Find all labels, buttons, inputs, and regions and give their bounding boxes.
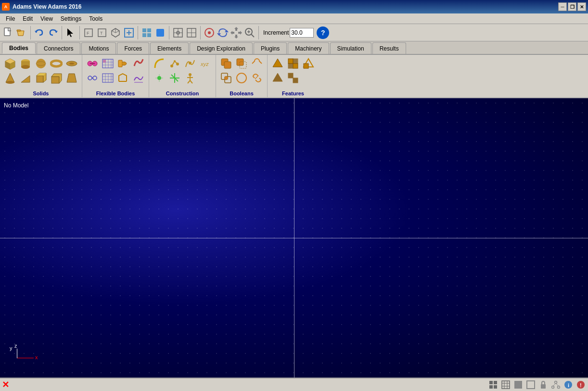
flex-icon-6[interactable]	[101, 71, 115, 85]
menu-tools[interactable]: Tools	[85, 14, 106, 23]
construction-line-icon[interactable]	[167, 57, 182, 70]
solid-frustum-icon[interactable]	[64, 71, 79, 85]
construction-point-icon[interactable]	[152, 71, 166, 85]
render-button[interactable]	[172, 26, 184, 39]
solid-disk-icon[interactable]	[64, 57, 79, 70]
toolbar-sep-1	[30, 26, 31, 39]
boolean-intersect-icon[interactable]	[219, 71, 233, 85]
svg-text:!: !	[580, 382, 582, 388]
solids-row-1	[3, 57, 79, 70]
svg-rect-109	[288, 64, 293, 68]
construction-arc-icon[interactable]	[152, 57, 166, 70]
undo-button[interactable]	[33, 26, 46, 39]
zoom-fit-button[interactable]	[123, 26, 135, 39]
menu-file[interactable]: File	[2, 14, 19, 23]
tab-machinery[interactable]: Machinery	[288, 42, 329, 54]
tab-connectors[interactable]: Connectors	[37, 42, 80, 54]
wireframe-button[interactable]	[185, 26, 198, 39]
svg-marker-50	[21, 76, 30, 82]
tab-motions[interactable]: Motions	[81, 42, 116, 54]
solid-torus-icon[interactable]	[49, 57, 64, 70]
status-grid-icon-1[interactable]	[488, 379, 499, 390]
3d-grid-button[interactable]	[141, 26, 153, 39]
boolean-circle-icon[interactable]	[234, 71, 249, 85]
open-button[interactable]	[15, 26, 28, 39]
solid-wedge-icon[interactable]	[18, 71, 33, 85]
construction-xyz-icon[interactable]: xyz	[198, 57, 213, 70]
tab-forces[interactable]: Forces	[117, 42, 149, 54]
svg-point-129	[552, 386, 554, 389]
solid-cone-icon[interactable]	[3, 71, 17, 85]
flex-icon-8[interactable]	[131, 71, 146, 85]
redo-button[interactable]	[47, 26, 59, 39]
front-view-button[interactable]: F	[82, 26, 95, 39]
svg-rect-98	[224, 62, 231, 68]
new-button[interactable]	[2, 26, 14, 39]
boolean-subtract-icon[interactable]	[234, 57, 249, 70]
menu-edit[interactable]: Edit	[19, 14, 37, 23]
construction-curve-icon[interactable]	[183, 57, 197, 70]
viewport-background[interactable]: No Model y x z	[0, 98, 588, 378]
solid-box-icon[interactable]	[3, 57, 17, 70]
solid-cylinder-icon[interactable]	[18, 57, 33, 70]
status-grid-icon-4[interactable]	[525, 379, 536, 390]
status-info-icon[interactable]: i	[563, 379, 574, 390]
solid-view-button[interactable]	[154, 26, 166, 39]
feature-icon-4[interactable]	[270, 71, 285, 85]
flex-icon-2[interactable]	[101, 57, 115, 70]
solid-block-icon[interactable]	[34, 71, 48, 85]
svg-rect-54	[51, 77, 59, 83]
flex-icon-7[interactable]	[116, 71, 130, 85]
flex-icon-5[interactable]	[85, 71, 100, 85]
status-warn-icon[interactable]: !	[575, 379, 586, 390]
flex-icon-1[interactable]	[85, 57, 100, 70]
top-view-button[interactable]: T	[96, 26, 108, 39]
increment-input[interactable]	[290, 28, 314, 38]
feature-icon-1[interactable]	[270, 57, 285, 70]
close-button[interactable]: ✕	[577, 2, 586, 11]
rotate-button[interactable]	[217, 26, 229, 39]
status-grid-icon-3[interactable]	[513, 379, 524, 390]
animate-button[interactable]	[203, 26, 216, 39]
viewport-area[interactable]: No Model y x z	[0, 98, 588, 378]
help-button[interactable]: ?	[317, 26, 329, 39]
tab-plugins[interactable]: Plugins	[254, 42, 287, 54]
svg-point-104	[237, 73, 246, 83]
feature-icon-3[interactable]	[301, 57, 316, 70]
tab-elements[interactable]: Elements	[150, 42, 189, 54]
tab-results[interactable]: Results	[372, 42, 406, 54]
title-bar: A Adams View Adams 2016 ─ ❐ ✕	[0, 0, 588, 13]
minimize-button[interactable]: ─	[558, 2, 567, 11]
boolean-chain-icon[interactable]	[250, 57, 264, 70]
iso-view-button[interactable]	[109, 26, 122, 39]
axis-z-label: z	[14, 343, 17, 349]
boolean-link-icon[interactable]	[250, 71, 264, 85]
menu-settings[interactable]: Settings	[57, 14, 85, 23]
boolean-union-icon[interactable]	[219, 57, 233, 70]
feature-icon-2[interactable]	[286, 57, 300, 70]
no-model-label: No Model	[4, 102, 28, 109]
status-network-icon[interactable]	[550, 379, 561, 390]
restore-button[interactable]: ❐	[568, 2, 576, 11]
status-lock-icon[interactable]	[538, 379, 549, 390]
select-tool[interactable]	[64, 26, 77, 39]
toolbar-sep-6	[200, 26, 201, 39]
zoom-button[interactable]	[243, 26, 256, 39]
tab-simulation[interactable]: Simulation	[330, 42, 371, 54]
status-grid-icon-2[interactable]	[500, 379, 511, 390]
tab-bodies[interactable]: Bodies	[2, 42, 36, 54]
feature-icon-5[interactable]	[286, 71, 300, 85]
pan-button[interactable]	[230, 26, 243, 39]
sub-section-construction: xyz Construction	[149, 55, 216, 97]
solids-row-2	[3, 71, 79, 85]
features-label: Features	[282, 91, 304, 96]
construction-person-icon[interactable]	[183, 71, 197, 85]
solid-sphere-icon[interactable]	[34, 57, 48, 70]
flex-icon-4[interactable]	[131, 57, 146, 70]
tab-design-exploration[interactable]: Design Exploration	[190, 42, 253, 54]
construction-marker-icon[interactable]	[167, 71, 182, 85]
menu-view[interactable]: View	[37, 14, 57, 23]
solid-extrude-icon[interactable]	[49, 71, 64, 85]
svg-text:i: i	[568, 382, 569, 388]
flex-icon-3[interactable]	[116, 57, 130, 70]
